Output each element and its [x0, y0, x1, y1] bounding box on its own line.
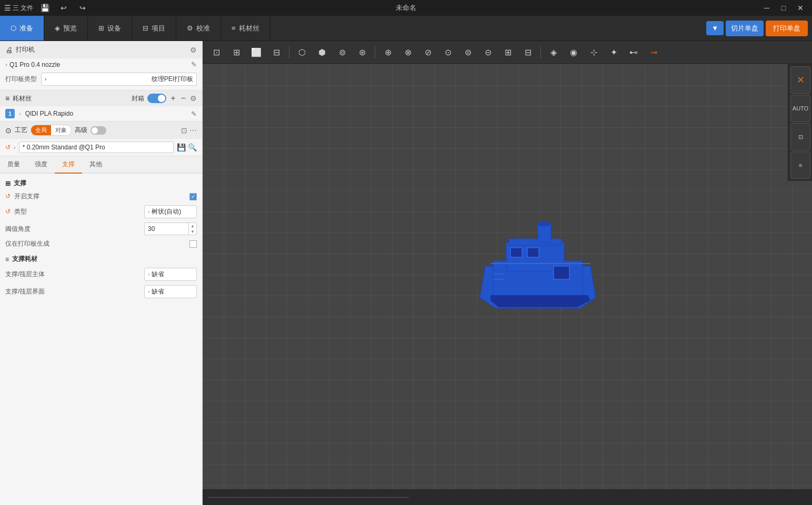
- filament-edit-icon[interactable]: ✎: [191, 110, 197, 118]
- printer-expand-icon: ›: [5, 61, 7, 68]
- nav-filament[interactable]: ≡ 耗材丝: [221, 16, 270, 41]
- filament-remove-btn[interactable]: −: [180, 94, 187, 103]
- support-interface-select[interactable]: › 缺省: [144, 285, 197, 298]
- only-on-plate-row: 仅在打印板生成: [5, 239, 197, 248]
- calibrate-icon: ⚙: [187, 24, 193, 32]
- slice-dropdown-btn[interactable]: ▼: [706, 21, 724, 35]
- nav-calibrate[interactable]: ⚙ 校准: [176, 16, 221, 41]
- plate-type-label: 打印板类型: [5, 75, 37, 84]
- filament-add-btn[interactable]: +: [169, 94, 176, 103]
- prepare-icon: ⬡: [11, 24, 16, 32]
- toolbar-btn-17[interactable]: ◈: [544, 43, 563, 62]
- support-body-row: 支撑/筏层主体 › 缺省: [5, 268, 197, 281]
- printer-settings-icon[interactable]: ⚙: [190, 46, 197, 54]
- enable-support-checkbox[interactable]: ✓: [189, 193, 197, 200]
- toolbar-btn-18[interactable]: ◉: [564, 43, 583, 62]
- toolbar-btn-5[interactable]: ⬡: [293, 43, 312, 62]
- viewport-canvas[interactable]: [203, 64, 812, 489]
- support-interface-row: 支撑/筏层界面 › 缺省: [5, 285, 197, 298]
- tab-strength[interactable]: 强度: [27, 156, 55, 174]
- app-title: 未命名: [396, 3, 416, 13]
- type-value: 树状(自动): [152, 207, 181, 216]
- body-expand-icon: ›: [148, 271, 149, 277]
- tab-other[interactable]: 其他: [82, 156, 109, 174]
- filament-settings-icon[interactable]: ⚙: [190, 94, 197, 103]
- process-copy-icon[interactable]: ⊡: [181, 126, 187, 135]
- process-name-row: ↺ › * 0.20mm Standard @Q1 Pro 💾 🔍: [0, 139, 202, 156]
- minimize-btn[interactable]: ─: [759, 1, 774, 15]
- toolbar-wireframe-btn[interactable]: ⬜: [247, 43, 266, 62]
- toolbar-btn-12[interactable]: ⊙: [438, 43, 457, 62]
- undo-icon[interactable]: ↩: [56, 1, 71, 15]
- right-panel-auto-btn[interactable]: AUTO: [790, 95, 810, 122]
- file-menu[interactable]: ☰ 三 文件: [4, 4, 33, 13]
- toolbar-btn-14[interactable]: ⊝: [478, 43, 497, 62]
- support-type-select[interactable]: › 树状(自动): [144, 205, 197, 218]
- process-save-icon[interactable]: 💾: [177, 143, 186, 152]
- save-icon[interactable]: 💾: [37, 1, 52, 15]
- tabs-row: 质量 强度 支撑 其他: [0, 156, 202, 174]
- toolbar-grid-btn[interactable]: ⊞: [227, 43, 246, 62]
- process-more-icon[interactable]: ⋯: [189, 126, 197, 135]
- support-filament-icon: ≡: [5, 256, 9, 263]
- tab-quality[interactable]: 质量: [0, 156, 27, 174]
- process-icon: ⊙: [5, 126, 12, 135]
- process-toggle-group: 全局 对象: [31, 125, 72, 136]
- enable-support-refresh-icon[interactable]: ↺: [5, 193, 11, 200]
- slice-plate-btn[interactable]: 切片单盘: [726, 21, 764, 36]
- filament-name[interactable]: QIDI PLA Rapido: [25, 110, 187, 117]
- right-panel-view-btn[interactable]: ⊡: [790, 123, 810, 150]
- nav-prepare[interactable]: ⬡ 准备: [0, 16, 44, 41]
- toolbar-btn-10[interactable]: ⊗: [398, 43, 417, 62]
- right-panel-menu-btn[interactable]: ≡: [790, 152, 810, 179]
- nav-project[interactable]: ⊟ 项目: [132, 16, 176, 41]
- toggle-global[interactable]: 全局: [31, 125, 51, 135]
- process-refresh-icon[interactable]: ↺: [5, 144, 11, 151]
- toolbar-btn-20[interactable]: ✦: [604, 43, 623, 62]
- nav-device[interactable]: ⊞ 设备: [88, 16, 132, 41]
- toolbar-btn-11[interactable]: ⊘: [418, 43, 437, 62]
- toolbar-btn-9[interactable]: ⊕: [378, 43, 397, 62]
- only-on-plate-checkbox[interactable]: [189, 240, 197, 248]
- process-name-input[interactable]: * 0.20mm Standard @Q1 Pro: [19, 142, 174, 153]
- spinbox-down[interactable]: ▼: [189, 229, 196, 235]
- maximize-btn[interactable]: □: [776, 1, 791, 15]
- toggle-object[interactable]: 对象: [51, 125, 71, 135]
- close-btn[interactable]: ✕: [793, 1, 808, 15]
- tab-support[interactable]: 支撑: [55, 156, 82, 174]
- printer-section-header: 🖨 打印机 ⚙: [0, 41, 202, 58]
- printer-name-value[interactable]: Q1 Pro 0.4 nozzle: [9, 61, 60, 68]
- toolbar-btn-22[interactable]: ⊸: [644, 43, 663, 62]
- nav-calibrate-label: 校准: [196, 24, 210, 33]
- toolbar-btn-8[interactable]: ⊛: [353, 43, 372, 62]
- plate-type-select[interactable]: › 纹理PEI打印板: [41, 73, 197, 86]
- spinbox-up[interactable]: ▲: [189, 223, 196, 229]
- interface-expand-icon: ›: [148, 289, 149, 295]
- toolbar-btn-16[interactable]: ⊟: [518, 43, 537, 62]
- enclosure-toggle[interactable]: [147, 94, 166, 103]
- nav-preview[interactable]: ◈ 预览: [44, 16, 88, 41]
- toolbar-solid-btn[interactable]: ⊟: [267, 43, 286, 62]
- process-search-icon[interactable]: 🔍: [188, 143, 197, 152]
- right-panel-close-btn[interactable]: ✕: [790, 66, 810, 94]
- toolbar-btn-7[interactable]: ⊚: [333, 43, 352, 62]
- toolbar-btn-15[interactable]: ⊞: [498, 43, 517, 62]
- toolbar-btn-13[interactable]: ⊜: [458, 43, 477, 62]
- right-side-panel: ✕ AUTO ⊡ ≡: [788, 64, 812, 181]
- nav-prepare-label: 准备: [19, 24, 33, 33]
- threshold-spinbox[interactable]: 30 ▲ ▼: [144, 223, 197, 235]
- print-plate-btn[interactable]: 打印单盘: [766, 21, 808, 36]
- plate-type-value: 纹理PEI打印板: [152, 75, 193, 84]
- printer-icon: 🖨: [5, 46, 13, 54]
- type-refresh-icon[interactable]: ↺: [5, 208, 11, 215]
- printer-section-title: 🖨 打印机: [5, 45, 35, 54]
- toolbar-btn-19[interactable]: ⊹: [584, 43, 603, 62]
- redo-icon[interactable]: ↪: [75, 1, 90, 15]
- printer-edit-icon[interactable]: ✎: [191, 60, 197, 68]
- filament-expand-icon: ›: [19, 110, 21, 117]
- advanced-toggle[interactable]: [91, 126, 106, 135]
- toolbar-btn-6[interactable]: ⬢: [313, 43, 332, 62]
- toolbar-perspective-btn[interactable]: ⊡: [207, 43, 226, 62]
- support-body-select[interactable]: › 缺省: [144, 268, 197, 281]
- toolbar-btn-21[interactable]: ⊷: [624, 43, 643, 62]
